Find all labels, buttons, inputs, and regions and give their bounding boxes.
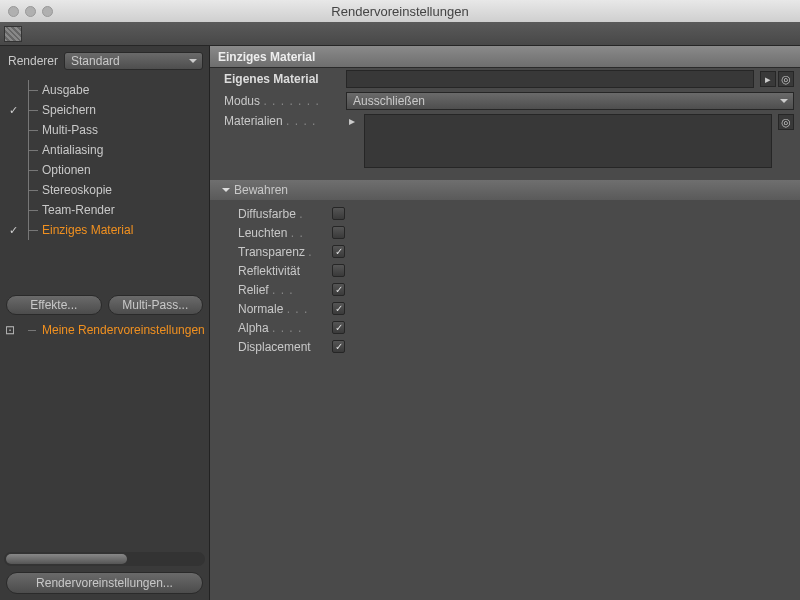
mode-dropdown[interactable]: Ausschließen	[346, 92, 794, 110]
sidebar-item-optionen[interactable]: Optionen	[0, 160, 209, 180]
check-row-diffusfarbe: Diffusfarbe .	[238, 204, 800, 223]
link-icon[interactable]: ▸	[760, 71, 776, 87]
target-icon[interactable]: ◎	[778, 71, 794, 87]
settings-tree: Ausgabe✓SpeichernMulti-PassAntialiasingO…	[0, 78, 209, 291]
checkbox-icon[interactable]: ✓	[6, 104, 20, 117]
window-title: Rendervoreinstellungen	[0, 4, 800, 19]
preset-toggle-icon[interactable]: ⊡	[4, 324, 16, 336]
window-titlebar: Rendervoreinstellungen	[0, 0, 800, 22]
checkbox[interactable]	[332, 207, 345, 220]
chevron-down-icon	[222, 188, 230, 196]
sidebar-item-label: Ausgabe	[40, 83, 89, 97]
checkbox[interactable]: ✓	[332, 321, 345, 334]
preset-label[interactable]: Meine Rendervoreinstellungen	[42, 323, 205, 337]
sidebar-item-label: Team-Render	[40, 203, 115, 217]
sidebar-item-einziges-material[interactable]: ✓Einziges Material	[0, 220, 209, 240]
render-settings-button[interactable]: Rendervoreinstellungen...	[6, 572, 203, 594]
sidebar-item-multi-pass[interactable]: Multi-Pass	[0, 120, 209, 140]
panel-title: Einziges Material	[210, 46, 800, 68]
renderer-label: Renderer	[8, 54, 58, 68]
check-label: Alpha . . . .	[238, 321, 328, 335]
check-label: Diffusfarbe .	[238, 207, 328, 221]
checkbox[interactable]: ✓	[332, 283, 345, 296]
renderer-value: Standard	[71, 54, 120, 68]
check-label: Transparenz .	[238, 245, 328, 259]
checkbox[interactable]	[332, 264, 345, 277]
check-label: Leuchten . .	[238, 226, 328, 240]
materials-field[interactable]	[364, 114, 772, 168]
preserve-checklist: Diffusfarbe . Leuchten . . Transparenz .…	[210, 200, 800, 356]
target-icon[interactable]: ◎	[778, 114, 794, 130]
check-row-normale: Normale . . . ✓	[238, 299, 800, 318]
effects-button[interactable]: Effekte...	[6, 295, 102, 315]
check-row-alpha: Alpha . . . . ✓	[238, 318, 800, 337]
expand-icon[interactable]: ▸	[346, 114, 358, 128]
own-material-label: Eigenes Material	[224, 72, 340, 86]
sidebar-item-label: Optionen	[40, 163, 91, 177]
check-label: Reflektivität	[238, 264, 328, 278]
sidebar-scrollbar[interactable]	[4, 552, 205, 566]
check-row-displacement: Displacement ✓	[238, 337, 800, 356]
checkbox[interactable]	[332, 226, 345, 239]
sidebar-item-team-render[interactable]: Team-Render	[0, 200, 209, 220]
check-row-relief: Relief . . . ✓	[238, 280, 800, 299]
check-row-reflektivität: Reflektivität	[238, 261, 800, 280]
sidebar-item-ausgabe[interactable]: Ausgabe	[0, 80, 209, 100]
sidebar-item-label: Multi-Pass	[40, 123, 98, 137]
check-label: Relief . . .	[238, 283, 328, 297]
properties-panel: Einziges Material Eigenes Material ▸ ◎ M…	[210, 46, 800, 600]
texture-icon[interactable]	[4, 26, 22, 42]
check-row-transparenz: Transparenz . ✓	[238, 242, 800, 261]
sidebar-item-speichern[interactable]: ✓Speichern	[0, 100, 209, 120]
preserve-group-header[interactable]: Bewahren	[210, 180, 800, 200]
sidebar-item-label: Speichern	[40, 103, 96, 117]
checkbox-icon[interactable]: ✓	[6, 224, 20, 237]
checkbox[interactable]: ✓	[332, 302, 345, 315]
mode-label: Modus . . . . . . .	[224, 94, 340, 108]
toolbar	[0, 22, 800, 46]
sidebar-item-stereoskopie[interactable]: Stereoskopie	[0, 180, 209, 200]
check-row-leuchten: Leuchten . .	[238, 223, 800, 242]
sidebar-item-label: Stereoskopie	[40, 183, 112, 197]
materials-label: Materialien . . . .	[224, 114, 340, 128]
checkbox[interactable]: ✓	[332, 245, 345, 258]
multipass-button[interactable]: Multi-Pass...	[108, 295, 204, 315]
sidebar: Renderer Standard Ausgabe✓SpeichernMulti…	[0, 46, 210, 600]
checkbox[interactable]: ✓	[332, 340, 345, 353]
check-label: Displacement	[238, 340, 328, 354]
sidebar-item-antialiasing[interactable]: Antialiasing	[0, 140, 209, 160]
renderer-dropdown[interactable]: Standard	[64, 52, 203, 70]
sidebar-item-label: Antialiasing	[40, 143, 103, 157]
sidebar-item-label: Einziges Material	[40, 223, 133, 237]
check-label: Normale . . .	[238, 302, 328, 316]
own-material-field[interactable]	[346, 70, 754, 88]
